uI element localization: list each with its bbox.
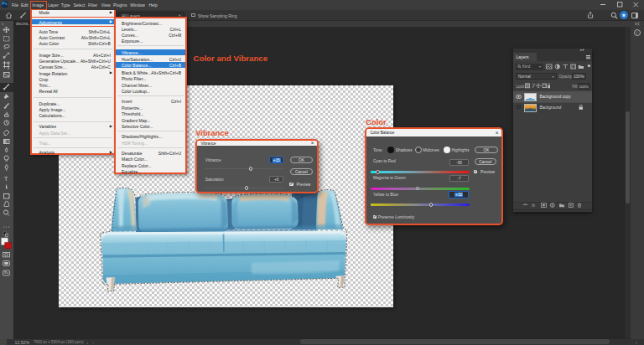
- svg-text:fx: fx: [532, 203, 535, 208]
